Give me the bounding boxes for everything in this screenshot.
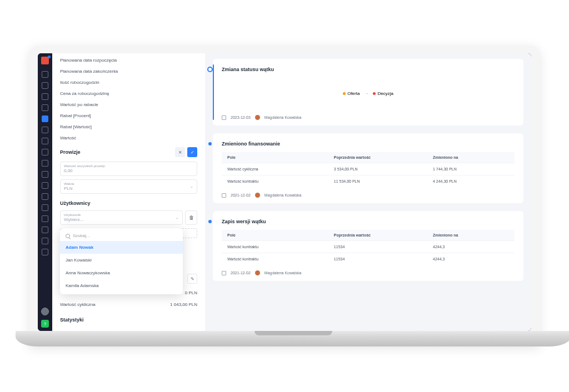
arrow-right-icon: → xyxy=(364,91,368,96)
field-item[interactable]: Cena za roboczogodzinę xyxy=(60,91,197,96)
nav-threads[interactable] xyxy=(42,115,48,122)
input-placeholder: Wybierz... xyxy=(64,217,84,222)
timeline-date: 2021-12-02 xyxy=(231,271,251,275)
notification-dot xyxy=(48,56,51,58)
currency-select[interactable]: Waluta PLN ⌄ xyxy=(60,179,197,194)
card-title: Zmieniono finansowanie xyxy=(222,141,515,147)
author-avatar xyxy=(255,115,260,120)
card-title: Zmiana statusu wątku xyxy=(222,67,515,72)
nav-reports[interactable] xyxy=(42,182,48,189)
commissions-title: Prowizje xyxy=(60,149,81,155)
timeline-author: Magdalena Kowalska xyxy=(264,271,302,275)
delete-button[interactable]: 🗑 xyxy=(185,210,197,225)
field-item[interactable]: Wartość xyxy=(60,135,197,140)
timeline-card: Zmieniono finansowanie Pole Poprzednia w… xyxy=(213,133,523,203)
nav-team[interactable] xyxy=(42,227,48,233)
input-value: 0,00 xyxy=(64,168,193,173)
table-header: Pole xyxy=(227,155,334,159)
dropdown-option[interactable]: Anna Nowaczykowska xyxy=(60,267,183,279)
field-list: Planowana data rozpoczęcia Planowana dat… xyxy=(60,58,197,140)
chevron-down-icon: ⌄ xyxy=(190,184,193,189)
input-label: Wartość wszystkich prowizji xyxy=(64,164,193,168)
dropdown-option[interactable]: Kamila Adamska xyxy=(60,279,183,292)
cyclic-value-amount: 1 043,00 PLN xyxy=(170,302,197,307)
cancel-button[interactable]: ✕ xyxy=(175,147,185,157)
nav-billing[interactable] xyxy=(42,215,48,222)
author-avatar xyxy=(255,193,260,198)
nav-projects[interactable] xyxy=(42,149,48,155)
nav-files[interactable] xyxy=(42,160,48,167)
nav-archive[interactable] xyxy=(42,249,48,255)
nav-tasks[interactable] xyxy=(42,138,48,144)
field-item[interactable]: Planowana data rozpoczęcia xyxy=(60,58,197,63)
input-value: PLN xyxy=(64,186,74,191)
input-label: Waluta xyxy=(64,182,74,185)
calendar-icon xyxy=(222,193,226,198)
field-item[interactable]: Rabat [Wartość] xyxy=(60,124,197,129)
trash-icon: 🗑 xyxy=(189,215,194,220)
form-panel: Planowana data rozpoczęcia Planowana dat… xyxy=(52,53,205,331)
users-title: Użytkownicy xyxy=(60,200,91,206)
nav-documents[interactable] xyxy=(42,104,48,111)
app-sidebar: ? xyxy=(38,53,52,331)
dropdown-option[interactable]: Jan Kowalski xyxy=(60,254,183,267)
nav-integrations[interactable] xyxy=(42,204,48,211)
dropdown-option[interactable]: Adam Nowak xyxy=(60,241,183,254)
edit-button[interactable]: ✎ xyxy=(187,274,197,284)
status-dot-icon xyxy=(373,92,376,95)
timeline-author: Magdalena Kowalska xyxy=(264,115,302,119)
nav-activity[interactable] xyxy=(42,238,48,244)
timeline-date: 2023-12-03 xyxy=(231,115,251,119)
chevron-down-icon: ⌄ xyxy=(176,215,179,220)
table-header: Zmieniono na xyxy=(433,155,509,159)
user-avatar[interactable] xyxy=(41,308,49,315)
field-item[interactable]: Planowana data zakończenia xyxy=(60,69,197,74)
cyclic-value-label: Wartość cykliczna xyxy=(60,302,96,307)
status-from: Oferta xyxy=(347,91,360,96)
table-header: Poprzednia wartość xyxy=(334,155,433,159)
dropdown-search[interactable]: Szukaj... xyxy=(60,230,183,241)
status-to: Decyzja xyxy=(377,91,393,96)
calendar-icon xyxy=(222,271,226,275)
timeline-dot xyxy=(207,219,213,224)
pencil-icon: ✎ xyxy=(191,277,194,282)
table-row: Wartość kontraktu 11 534,00 PLN 4 244,30… xyxy=(222,175,515,187)
field-item[interactable]: Rabat [Procent] xyxy=(60,113,197,118)
input-label: Użytkownik xyxy=(64,213,84,217)
nav-analytics[interactable] xyxy=(42,82,48,89)
table-row: Wartość kontraktu 11534 4244,3 xyxy=(222,253,515,265)
nav-companies[interactable] xyxy=(42,93,48,100)
user-select[interactable]: Użytkownik Wybierz... ⌄ xyxy=(60,210,183,225)
timeline-accent xyxy=(213,64,214,120)
card-title: Zapis wersji wątku xyxy=(222,219,515,224)
timeline-author: Magdalena Kowalska xyxy=(264,193,302,197)
table-header: Poprzednia wartość xyxy=(334,233,433,237)
status-dot-icon xyxy=(343,92,346,95)
stats-title: Statystyki xyxy=(60,317,84,323)
timeline-dot xyxy=(207,141,213,147)
field-item[interactable]: Ilość roboczogodzin xyxy=(60,80,197,85)
nav-settings[interactable] xyxy=(42,193,48,200)
confirm-button[interactable]: ✓ xyxy=(187,147,197,157)
field-item[interactable]: Wartość po rabacie xyxy=(60,102,197,107)
app-logo[interactable] xyxy=(41,57,49,64)
user-dropdown: Szukaj... Adam Nowak Jan Kowalski Anna N… xyxy=(60,228,183,294)
table-row: Wartość cykliczna 3 534,00 PLN 1 744,30 … xyxy=(222,163,515,175)
timeline-date: 2021-12-02 xyxy=(231,193,251,197)
table-header: Pole xyxy=(227,233,334,237)
commissions-total-input[interactable]: Wartość wszystkich prowizji 0,00 xyxy=(60,162,197,176)
help-button[interactable]: ? xyxy=(41,320,49,328)
author-avatar xyxy=(255,270,260,275)
table-row: Wartość kontraktu 11534 4244,3 xyxy=(222,240,515,253)
timeline-panel: Zmiana statusu wątku Oferta → Decyzja 20… xyxy=(205,53,531,331)
nav-dashboard[interactable] xyxy=(42,71,48,78)
timeline-card: Zmiana statusu wątku Oferta → Decyzja 20… xyxy=(213,59,523,125)
changes-table: Pole Poprzednia wartość Zmieniono na War… xyxy=(222,230,515,265)
nav-calendar[interactable] xyxy=(42,127,48,133)
nav-messages[interactable] xyxy=(42,171,48,178)
calendar-icon xyxy=(222,115,226,120)
timeline-dot xyxy=(207,67,213,72)
search-icon xyxy=(66,234,70,238)
table-header: Zmieniono na xyxy=(433,233,509,237)
changes-table: Pole Poprzednia wartość Zmieniono na War… xyxy=(222,152,515,187)
